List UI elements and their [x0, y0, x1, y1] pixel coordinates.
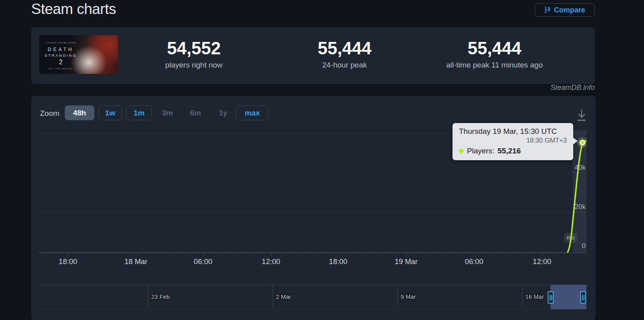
range-1y-button: 1y — [214, 105, 232, 120]
x-tick-label: 12:00 — [524, 257, 560, 266]
x-tick-label: 12:00 — [253, 257, 289, 266]
x-axis-line — [39, 253, 586, 253]
x-tick-mark — [271, 253, 271, 256]
capsule-line: DEATH — [43, 47, 78, 52]
navigator-gridline — [522, 285, 522, 308]
game-capsule-text: A HIDEO KOJIMA GAME DEATH STRANDING 2 ON… — [43, 42, 78, 70]
chart-tooltip: Thursday 19 Mar, 15:30 UTC 18:30 GMT+3 P… — [453, 123, 573, 160]
stat-label: all-time peak 11 minutes ago — [423, 61, 566, 70]
download-icon — [575, 108, 588, 123]
y-tick-0: 0 — [562, 242, 586, 250]
steamdb-watermark: SteamDB.info — [475, 83, 595, 92]
navigator-top-line — [39, 285, 586, 285]
compare-button-label: Compare — [554, 6, 585, 14]
range-6m-button: 6m — [185, 105, 205, 120]
x-tick-label: 06:00 — [456, 257, 492, 266]
tooltip-series-label: Players: — [467, 147, 494, 155]
stats-panel: A HIDEO KOJIMA GAME DEATH STRANDING 2 ON… — [31, 27, 595, 84]
stat-24h-peak: 55,444 24-hour peak — [273, 38, 417, 70]
navigator-left-handle[interactable] — [548, 291, 554, 304]
capsule-line: 2 — [43, 59, 78, 66]
digit-3: 3 — [547, 6, 550, 12]
range-48h-button[interactable]: 48h — [65, 105, 94, 120]
hovered-data-point — [580, 140, 585, 145]
navigator-right-handle[interactable] — [580, 291, 586, 304]
navigator-gridline — [148, 285, 148, 308]
navigator-tick-label: 16 Mar — [525, 293, 544, 300]
x-tick-mark — [338, 253, 339, 256]
x-tick-label: 18:00 — [50, 257, 86, 266]
navigator-tick-label: 23 Feb — [151, 293, 170, 300]
x-tick-mark — [474, 253, 475, 256]
range-1m-button[interactable]: 1m — [126, 105, 152, 120]
stat-value: 55,444 — [273, 38, 417, 58]
x-tick-mark — [542, 253, 542, 256]
x-tick-label: 18 Mar — [118, 257, 154, 266]
range-1w-button[interactable]: 1w — [98, 105, 122, 120]
x-tick-mark — [406, 253, 407, 256]
stat-label: 24-hour peak — [273, 61, 417, 70]
capsule-line: STRANDING — [43, 54, 78, 58]
navigator-bottom-line — [39, 309, 586, 309]
game-capsule-image: A HIDEO KOJIMA GAME DEATH STRANDING 2 ON… — [39, 35, 118, 74]
tooltip-players-value: 55,216 — [498, 147, 521, 155]
navigator-tick-label: 2 Mar — [276, 293, 291, 300]
capsule-line: ON THE BEACH — [43, 68, 78, 70]
digit-2: 2 — [544, 10, 547, 13]
range-3m-button: 3m — [158, 105, 177, 120]
compare-123-icon: 1 2 3 — [544, 7, 550, 13]
stat-value: 54,552 — [122, 38, 266, 58]
x-tick-label: 06:00 — [185, 257, 221, 266]
y-tick-40k: 40k — [562, 164, 586, 172]
y-tick-20k: 20k — [562, 203, 586, 211]
capsule-line: A HIDEO KOJIMA GAME — [43, 42, 78, 44]
stat-value: 55,444 — [423, 38, 566, 58]
x-tick-label: 19 Mar — [388, 257, 424, 266]
navigator-gridline — [273, 285, 273, 308]
x-tick-mark — [68, 253, 68, 256]
zoom-label: Zoom — [40, 109, 60, 118]
navigator-gridline — [397, 285, 398, 308]
range-max-button[interactable]: max — [236, 105, 269, 120]
stat-alltime-peak: 55,444 all-time peak 11 minutes ago — [423, 38, 566, 70]
page-title: Steam charts — [31, 1, 116, 18]
x-tick-label: 18:00 — [320, 257, 356, 266]
tooltip-datetime: Thursday 19 Mar, 15:30 UTC — [459, 127, 567, 136]
chart-panel: Zoom 48h 1w 1m 3m 6m 1y max Rel 40k 20k … — [31, 96, 596, 320]
navigator-tick-label: 9 Mar — [401, 293, 416, 300]
stat-current-players: 54,552 players right now — [122, 38, 266, 70]
download-chart-button[interactable] — [575, 108, 588, 123]
x-tick-mark — [136, 253, 136, 256]
series-color-dot-icon — [459, 149, 464, 153]
stat-label: players right now — [122, 61, 266, 70]
compare-button[interactable]: 1 2 3 Compare — [535, 3, 595, 17]
x-tick-mark — [203, 253, 203, 256]
tooltip-localtime: 18:30 GMT+3 — [459, 137, 567, 144]
